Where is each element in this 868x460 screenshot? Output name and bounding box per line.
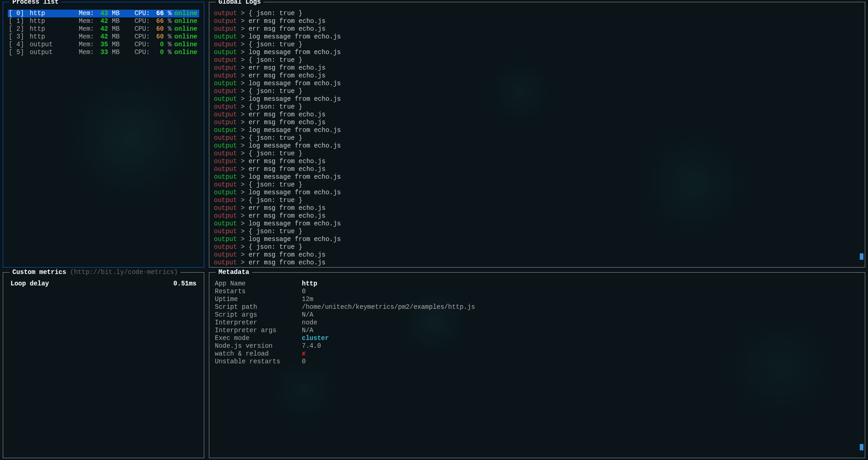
log-separator: >: [237, 197, 248, 204]
log-line: output > log message from echo.js: [214, 142, 860, 150]
log-message: { json: true }: [249, 243, 303, 251]
log-message: log message from echo.js: [249, 189, 341, 196]
log-separator: >: [237, 251, 248, 258]
cpu-unit: %: [164, 49, 175, 56]
log-line: output > log message from echo.js: [214, 80, 860, 88]
log-separator: >: [237, 64, 248, 71]
metadata-panel[interactable]: Metadata App NamehttpRestarts0Uptime12mS…: [209, 272, 865, 458]
log-source: output: [214, 158, 237, 165]
log-line: output > { json: true }: [214, 103, 860, 111]
log-source: output: [214, 212, 237, 219]
log-source: output: [214, 150, 237, 157]
log-line: output > { json: true }: [214, 181, 860, 189]
metadata-row: Uptime12m: [214, 296, 860, 303]
cpu-unit: %: [164, 33, 175, 41]
log-source: output: [214, 95, 237, 103]
custom-metrics-panel[interactable]: Custom metrics (http://bit.ly/code-metri…: [3, 272, 204, 458]
log-line: output > err msg from echo.js: [214, 72, 860, 80]
log-message: { json: true }: [249, 228, 303, 235]
global-logs-panel[interactable]: Global Logs output > { json: true }outpu…: [209, 2, 865, 268]
log-message: log message from echo.js: [249, 126, 341, 134]
log-separator: >: [237, 181, 248, 188]
process-row[interactable]: [ 0]httpMem:43 MBCPU:66 %online: [8, 10, 199, 17]
log-separator: >: [237, 158, 248, 165]
log-line: output > err msg from echo.js: [214, 64, 860, 72]
metadata-row: App Namehttp: [214, 280, 860, 288]
metadata-value: http: [302, 280, 317, 288]
metadata-label: App Name: [215, 280, 302, 288]
log-line: output > log message from echo.js: [214, 49, 860, 56]
process-list-panel[interactable]: Process list [ 0]httpMem:43 MBCPU:66 %on…: [3, 2, 204, 268]
process-id: [ 4]: [9, 41, 30, 49]
log-separator: >: [237, 228, 248, 235]
metadata-label: Unstable restarts: [215, 358, 302, 366]
log-separator: >: [237, 165, 248, 173]
log-separator: >: [237, 220, 248, 227]
cpu-label: CPU:: [122, 17, 150, 25]
process-name: output: [30, 41, 73, 49]
log-separator: >: [237, 119, 248, 126]
process-name: http: [30, 17, 73, 25]
metadata-row: Interpreter argsN/A: [214, 327, 860, 334]
log-message: log message from echo.js: [249, 235, 341, 243]
log-line: output > err msg from echo.js: [214, 111, 860, 119]
log-source: output: [214, 64, 237, 71]
mem-label: Mem:: [73, 10, 94, 17]
process-row[interactable]: [ 2]httpMem:42 MBCPU:60 %online: [8, 25, 199, 33]
log-line: output > log message from echo.js: [214, 33, 860, 41]
custom-metrics-title: Custom metrics (http://bit.ly/code-metri…: [10, 268, 180, 276]
log-message: err msg from echo.js: [249, 64, 326, 71]
log-message: err msg from echo.js: [249, 259, 326, 266]
log-separator: >: [237, 204, 248, 212]
log-separator: >: [237, 80, 248, 87]
mem-unit: MB: [108, 49, 122, 56]
process-row[interactable]: [ 3]httpMem:42 MBCPU:60 %online: [8, 33, 199, 41]
log-line: output > { json: true }: [214, 41, 860, 49]
metadata-label: Uptime: [215, 296, 302, 303]
metadata-row: Script path/home/unitech/keymetrics/pm2/…: [214, 303, 860, 311]
log-source: output: [214, 88, 237, 95]
metadata-value: ✘: [302, 350, 306, 358]
log-line: output > { json: true }: [214, 134, 860, 142]
mem-value: 42: [94, 33, 108, 41]
log-message: log message from echo.js: [249, 173, 341, 181]
log-separator: >: [237, 235, 248, 243]
metadata-label: Node.js version: [215, 342, 302, 350]
log-line: output > err msg from echo.js: [214, 204, 860, 212]
log-line: output > err msg from echo.js: [214, 212, 860, 220]
log-message: log message from echo.js: [249, 80, 341, 87]
log-source: output: [214, 111, 237, 118]
log-source: output: [214, 165, 237, 173]
metadata-label: Script args: [215, 311, 302, 319]
process-row[interactable]: [ 5]outputMem:33 MBCPU:0 %online: [8, 49, 199, 56]
log-source: output: [214, 17, 237, 25]
log-message: err msg from echo.js: [249, 212, 326, 219]
log-line: output > log message from echo.js: [214, 220, 860, 228]
cpu-label: CPU:: [122, 41, 150, 49]
log-line: output > log message from echo.js: [214, 126, 860, 134]
log-line: output > log message from echo.js: [214, 95, 860, 103]
log-line: output > { json: true }: [214, 150, 860, 158]
log-separator: >: [237, 103, 248, 110]
log-source: output: [214, 33, 237, 40]
metadata-label: Interpreter args: [215, 327, 302, 334]
log-message: { json: true }: [249, 103, 303, 110]
process-row[interactable]: [ 1]httpMem:42 MBCPU:66 %online: [8, 17, 199, 25]
log-message: log message from echo.js: [249, 33, 341, 40]
logs-scrollbar[interactable]: [860, 253, 863, 260]
mem-label: Mem:: [73, 25, 94, 33]
metadata-value: 0: [302, 358, 306, 366]
metadata-label: watch & reload: [215, 350, 302, 358]
log-message: err msg from echo.js: [249, 119, 326, 126]
metric-row: Loop delay0.51ms: [8, 280, 199, 287]
log-message: { json: true }: [249, 181, 303, 188]
cpu-value: 0: [150, 49, 164, 56]
metadata-scrollbar[interactable]: [860, 444, 863, 450]
log-line: output > { json: true }: [214, 228, 860, 235]
process-id: [ 0]: [9, 10, 30, 17]
metadata-title: Metadata: [216, 268, 252, 276]
process-row[interactable]: [ 4]outputMem:35 MBCPU:0 %online: [8, 41, 199, 49]
log-source: output: [214, 228, 237, 235]
metadata-row: Restarts0: [214, 288, 860, 296]
mem-value: 35: [94, 41, 108, 49]
